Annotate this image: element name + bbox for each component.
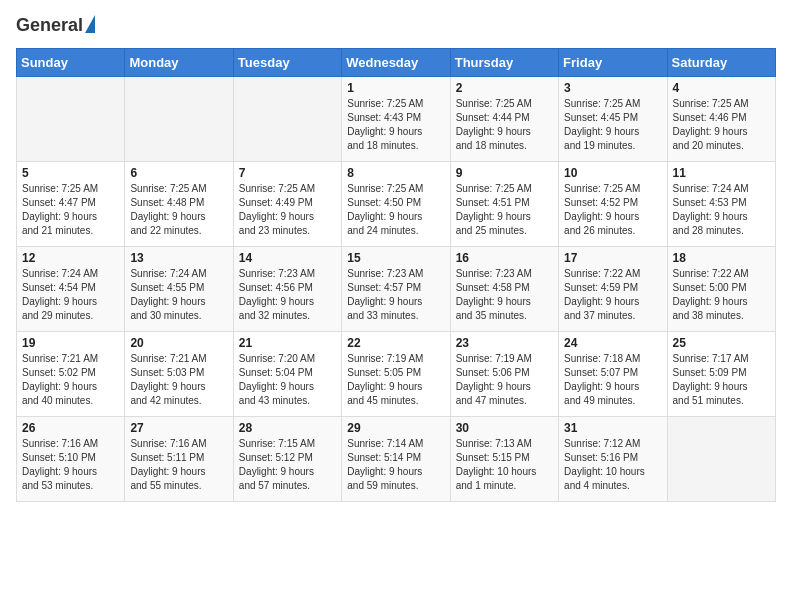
day-number: 11 [673, 166, 770, 180]
day-number: 30 [456, 421, 553, 435]
day-info: Sunrise: 7:16 AM Sunset: 5:11 PM Dayligh… [130, 437, 227, 493]
day-info: Sunrise: 7:23 AM Sunset: 4:58 PM Dayligh… [456, 267, 553, 323]
day-number: 12 [22, 251, 119, 265]
calendar-cell: 7Sunrise: 7:25 AM Sunset: 4:49 PM Daylig… [233, 161, 341, 246]
day-number: 24 [564, 336, 661, 350]
day-info: Sunrise: 7:13 AM Sunset: 5:15 PM Dayligh… [456, 437, 553, 493]
logo-triangle-icon [85, 15, 95, 33]
calendar-header-row: SundayMondayTuesdayWednesdayThursdayFrid… [17, 48, 776, 76]
day-info: Sunrise: 7:24 AM Sunset: 4:55 PM Dayligh… [130, 267, 227, 323]
calendar-cell: 13Sunrise: 7:24 AM Sunset: 4:55 PM Dayli… [125, 246, 233, 331]
page-header: General [16, 16, 776, 36]
calendar-cell: 19Sunrise: 7:21 AM Sunset: 5:02 PM Dayli… [17, 331, 125, 416]
calendar-table: SundayMondayTuesdayWednesdayThursdayFrid… [16, 48, 776, 502]
day-info: Sunrise: 7:25 AM Sunset: 4:44 PM Dayligh… [456, 97, 553, 153]
day-number: 13 [130, 251, 227, 265]
calendar-cell [125, 76, 233, 161]
calendar-cell: 12Sunrise: 7:24 AM Sunset: 4:54 PM Dayli… [17, 246, 125, 331]
calendar-cell: 16Sunrise: 7:23 AM Sunset: 4:58 PM Dayli… [450, 246, 558, 331]
calendar-cell: 24Sunrise: 7:18 AM Sunset: 5:07 PM Dayli… [559, 331, 667, 416]
calendar-cell: 30Sunrise: 7:13 AM Sunset: 5:15 PM Dayli… [450, 416, 558, 501]
day-info: Sunrise: 7:24 AM Sunset: 4:53 PM Dayligh… [673, 182, 770, 238]
day-number: 27 [130, 421, 227, 435]
calendar-cell: 15Sunrise: 7:23 AM Sunset: 4:57 PM Dayli… [342, 246, 450, 331]
day-number: 26 [22, 421, 119, 435]
day-number: 23 [456, 336, 553, 350]
calendar-cell: 1Sunrise: 7:25 AM Sunset: 4:43 PM Daylig… [342, 76, 450, 161]
day-number: 14 [239, 251, 336, 265]
calendar-cell: 26Sunrise: 7:16 AM Sunset: 5:10 PM Dayli… [17, 416, 125, 501]
day-info: Sunrise: 7:25 AM Sunset: 4:46 PM Dayligh… [673, 97, 770, 153]
day-info: Sunrise: 7:19 AM Sunset: 5:06 PM Dayligh… [456, 352, 553, 408]
calendar-week-row: 5Sunrise: 7:25 AM Sunset: 4:47 PM Daylig… [17, 161, 776, 246]
day-info: Sunrise: 7:20 AM Sunset: 5:04 PM Dayligh… [239, 352, 336, 408]
day-number: 28 [239, 421, 336, 435]
day-number: 4 [673, 81, 770, 95]
calendar-cell: 5Sunrise: 7:25 AM Sunset: 4:47 PM Daylig… [17, 161, 125, 246]
day-info: Sunrise: 7:25 AM Sunset: 4:43 PM Dayligh… [347, 97, 444, 153]
day-number: 7 [239, 166, 336, 180]
day-number: 29 [347, 421, 444, 435]
day-info: Sunrise: 7:19 AM Sunset: 5:05 PM Dayligh… [347, 352, 444, 408]
calendar-cell: 4Sunrise: 7:25 AM Sunset: 4:46 PM Daylig… [667, 76, 775, 161]
calendar-cell: 9Sunrise: 7:25 AM Sunset: 4:51 PM Daylig… [450, 161, 558, 246]
calendar-header-monday: Monday [125, 48, 233, 76]
day-info: Sunrise: 7:21 AM Sunset: 5:03 PM Dayligh… [130, 352, 227, 408]
calendar-cell: 21Sunrise: 7:20 AM Sunset: 5:04 PM Dayli… [233, 331, 341, 416]
day-number: 8 [347, 166, 444, 180]
calendar-cell: 10Sunrise: 7:25 AM Sunset: 4:52 PM Dayli… [559, 161, 667, 246]
calendar-week-row: 12Sunrise: 7:24 AM Sunset: 4:54 PM Dayli… [17, 246, 776, 331]
day-info: Sunrise: 7:23 AM Sunset: 4:57 PM Dayligh… [347, 267, 444, 323]
calendar-cell: 3Sunrise: 7:25 AM Sunset: 4:45 PM Daylig… [559, 76, 667, 161]
day-number: 22 [347, 336, 444, 350]
day-number: 18 [673, 251, 770, 265]
day-number: 15 [347, 251, 444, 265]
calendar-header-thursday: Thursday [450, 48, 558, 76]
calendar-week-row: 26Sunrise: 7:16 AM Sunset: 5:10 PM Dayli… [17, 416, 776, 501]
day-info: Sunrise: 7:25 AM Sunset: 4:48 PM Dayligh… [130, 182, 227, 238]
day-info: Sunrise: 7:14 AM Sunset: 5:14 PM Dayligh… [347, 437, 444, 493]
day-number: 19 [22, 336, 119, 350]
day-number: 2 [456, 81, 553, 95]
day-number: 1 [347, 81, 444, 95]
day-number: 10 [564, 166, 661, 180]
day-number: 5 [22, 166, 119, 180]
day-info: Sunrise: 7:23 AM Sunset: 4:56 PM Dayligh… [239, 267, 336, 323]
calendar-cell: 29Sunrise: 7:14 AM Sunset: 5:14 PM Dayli… [342, 416, 450, 501]
day-info: Sunrise: 7:25 AM Sunset: 4:52 PM Dayligh… [564, 182, 661, 238]
day-number: 21 [239, 336, 336, 350]
day-number: 25 [673, 336, 770, 350]
day-info: Sunrise: 7:12 AM Sunset: 5:16 PM Dayligh… [564, 437, 661, 493]
day-number: 16 [456, 251, 553, 265]
day-info: Sunrise: 7:25 AM Sunset: 4:49 PM Dayligh… [239, 182, 336, 238]
calendar-cell: 31Sunrise: 7:12 AM Sunset: 5:16 PM Dayli… [559, 416, 667, 501]
calendar-cell: 25Sunrise: 7:17 AM Sunset: 5:09 PM Dayli… [667, 331, 775, 416]
calendar-cell [233, 76, 341, 161]
calendar-cell: 27Sunrise: 7:16 AM Sunset: 5:11 PM Dayli… [125, 416, 233, 501]
calendar-cell: 28Sunrise: 7:15 AM Sunset: 5:12 PM Dayli… [233, 416, 341, 501]
day-info: Sunrise: 7:25 AM Sunset: 4:51 PM Dayligh… [456, 182, 553, 238]
day-info: Sunrise: 7:15 AM Sunset: 5:12 PM Dayligh… [239, 437, 336, 493]
day-info: Sunrise: 7:22 AM Sunset: 4:59 PM Dayligh… [564, 267, 661, 323]
calendar-cell [667, 416, 775, 501]
calendar-cell: 17Sunrise: 7:22 AM Sunset: 4:59 PM Dayli… [559, 246, 667, 331]
calendar-cell: 11Sunrise: 7:24 AM Sunset: 4:53 PM Dayli… [667, 161, 775, 246]
calendar-week-row: 1Sunrise: 7:25 AM Sunset: 4:43 PM Daylig… [17, 76, 776, 161]
calendar-cell [17, 76, 125, 161]
logo: General [16, 16, 95, 36]
logo-general-text: General [16, 16, 83, 36]
calendar-cell: 22Sunrise: 7:19 AM Sunset: 5:05 PM Dayli… [342, 331, 450, 416]
day-info: Sunrise: 7:25 AM Sunset: 4:50 PM Dayligh… [347, 182, 444, 238]
day-number: 9 [456, 166, 553, 180]
calendar-cell: 18Sunrise: 7:22 AM Sunset: 5:00 PM Dayli… [667, 246, 775, 331]
day-info: Sunrise: 7:24 AM Sunset: 4:54 PM Dayligh… [22, 267, 119, 323]
day-number: 6 [130, 166, 227, 180]
day-info: Sunrise: 7:22 AM Sunset: 5:00 PM Dayligh… [673, 267, 770, 323]
calendar-header-wednesday: Wednesday [342, 48, 450, 76]
calendar-cell: 23Sunrise: 7:19 AM Sunset: 5:06 PM Dayli… [450, 331, 558, 416]
day-number: 20 [130, 336, 227, 350]
day-info: Sunrise: 7:17 AM Sunset: 5:09 PM Dayligh… [673, 352, 770, 408]
calendar-header-friday: Friday [559, 48, 667, 76]
calendar-week-row: 19Sunrise: 7:21 AM Sunset: 5:02 PM Dayli… [17, 331, 776, 416]
day-info: Sunrise: 7:18 AM Sunset: 5:07 PM Dayligh… [564, 352, 661, 408]
